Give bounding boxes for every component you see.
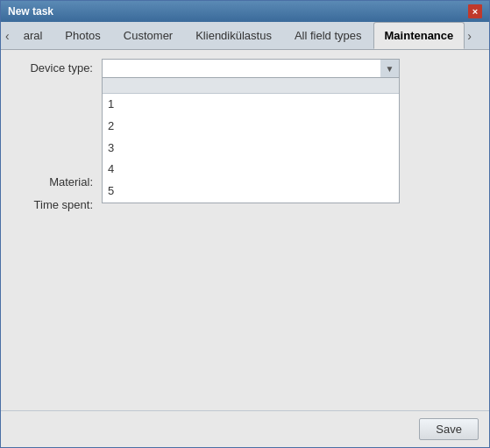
dropdown-item-4[interactable]: 4	[103, 159, 399, 181]
tab-nav-next[interactable]: ›	[465, 22, 474, 49]
device-type-dropdown-arrow[interactable]: ▼	[380, 59, 400, 78]
dropdown-list-header	[103, 78, 399, 94]
tab-nav-prev[interactable]: ‹	[3, 22, 12, 49]
tab-kliendikylastus[interactable]: Kliendikülastus	[184, 22, 283, 49]
window-title: New task	[8, 5, 53, 18]
device-type-row: Device type: ▼ 1 2 3 4 5	[14, 59, 476, 78]
dropdown-item-3[interactable]: 3	[103, 138, 399, 160]
device-type-input[interactable]	[102, 59, 400, 78]
dropdown-item-2[interactable]: 2	[103, 116, 399, 138]
save-button[interactable]: Save	[419, 418, 479, 440]
tab-customer[interactable]: Customer	[112, 22, 184, 49]
device-type-control: ▼ 1 2 3 4 5	[102, 59, 476, 78]
dialog-window: New task × ‹ aral Photos Customer Kliend…	[0, 0, 490, 448]
tab-maintenance[interactable]: Maintenance	[373, 22, 465, 49]
dialog-footer: Save	[1, 410, 489, 447]
material-label: Material:	[14, 173, 93, 188]
close-button[interactable]: ×	[468, 4, 482, 18]
device-type-label: Device type:	[14, 59, 93, 75]
device-type-dropdown-list: 1 2 3 4 5	[102, 78, 400, 203]
dropdown-item-5[interactable]: 5	[103, 181, 399, 203]
tab-general[interactable]: aral	[12, 22, 54, 49]
form-content: Device type: ▼ 1 2 3 4 5	[1, 50, 489, 410]
tab-photos[interactable]: Photos	[53, 22, 111, 49]
tabs-bar: ‹ aral Photos Customer Kliendikülastus A…	[1, 22, 489, 50]
device-type-dropdown-container: ▼ 1 2 3 4 5	[102, 59, 400, 78]
title-bar: New task ×	[1, 1, 489, 22]
dropdown-item-1[interactable]: 1	[103, 94, 399, 116]
time-spent-label: Time spent:	[14, 196, 93, 211]
tab-all-field-types[interactable]: All field types	[283, 22, 373, 49]
